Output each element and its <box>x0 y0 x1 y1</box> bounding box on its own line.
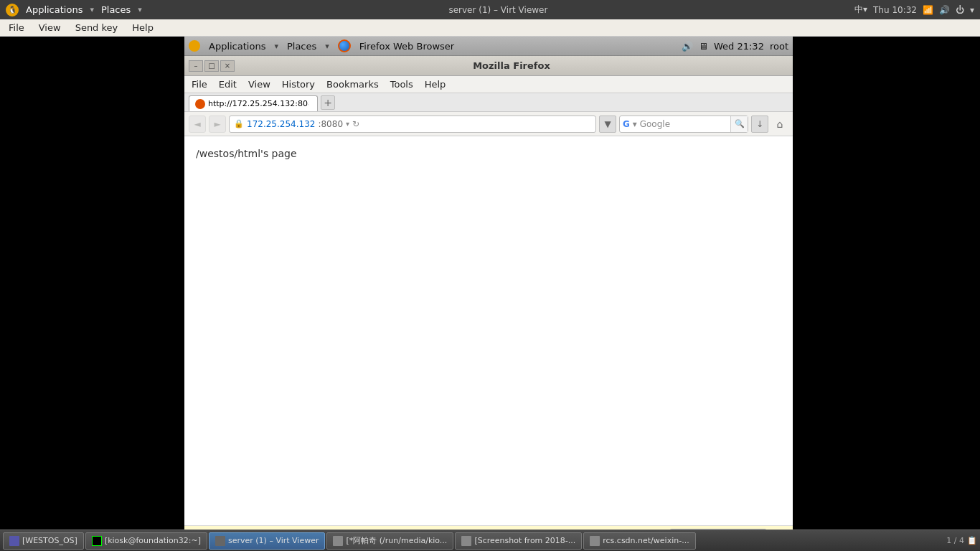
host-app-icon: 🐧 <box>6 4 19 17</box>
firefox-new-tab-btn[interactable]: + <box>321 95 335 110</box>
firefox-home-btn[interactable]: ⌂ <box>771 116 788 133</box>
guest-applications-menu[interactable]: Applications <box>206 40 268 52</box>
firefox-download-btn[interactable]: ↓ <box>751 116 768 133</box>
kiosk-task-icon <box>92 536 102 546</box>
host-lang-indicator: 中▾ <box>854 4 867 16</box>
firefox-file-menu[interactable]: File <box>189 78 210 90</box>
firefox-navbar: ◄ ► 🔒 172.25.254.132 :8080 ▾ ↻ ▼ G <box>184 112 793 136</box>
kiosk-task-label: [kiosk@foundation32:~] <box>105 536 201 545</box>
alipai-task-icon <box>333 536 343 546</box>
virt-view-menu[interactable]: View <box>36 21 64 34</box>
host-page-count: 1 / 4 <box>946 536 964 545</box>
host-topbar: 🐧 Applications ▾ Places ▾ server (1) – V… <box>0 0 980 19</box>
virt-help-menu[interactable]: Help <box>129 21 156 34</box>
guest-places-arrow: ▾ <box>325 42 329 51</box>
host-task-virt[interactable]: server (1) – Virt Viewer <box>209 532 325 550</box>
screenshot-task-icon <box>461 536 471 546</box>
host-task-screenshot[interactable]: [Screenshot from 2018-... <box>455 532 582 550</box>
guest-volume-icon: 🔊 <box>682 41 693 52</box>
firefox-view-menu[interactable]: View <box>245 78 273 90</box>
firefox-tab-label: http://172.25.254.132:8080/ <box>208 99 308 108</box>
host-places-menu[interactable]: Places <box>97 3 135 17</box>
firefox-window-title: Mozilla Firefox <box>235 60 788 71</box>
firefox-history-menu[interactable]: History <box>279 78 318 90</box>
left-black-area <box>0 37 184 551</box>
url-refresh-icon[interactable]: ↻ <box>352 119 359 129</box>
host-topbar-left: 🐧 Applications ▾ Places ▾ <box>6 3 142 17</box>
virt-viewer-menubar: File View Send key Help <box>0 19 980 37</box>
firefox-minimize-btn[interactable]: – <box>189 60 203 72</box>
firefox-menubar: File Edit View History Bookmarks Tools H… <box>184 76 793 93</box>
guest-topbar-right: 🔊 🖥 Wed 21:32 root <box>682 41 788 52</box>
url-bar-right: ▾ ↻ <box>346 119 359 129</box>
url-port: :8080 <box>318 119 343 129</box>
page-heading: /westos/html's page <box>196 148 781 159</box>
firefox-forward-btn[interactable]: ► <box>209 116 226 133</box>
firefox-tab-favicon <box>195 99 205 109</box>
firefox-tab-bar: http://172.25.254.132:8080/ + <box>184 93 793 112</box>
guest-topbar: Applications ▾ Places ▾ Firefox Web Brow… <box>184 37 793 56</box>
csdn-task-label: rcs.csdn.net/weixin-... <box>603 536 689 545</box>
host-volume-icon: 🔊 <box>939 5 950 15</box>
guest-display-icon: 🖥 <box>699 41 708 52</box>
search-btn[interactable]: 🔍 <box>730 116 748 132</box>
virt-sendkey-menu[interactable]: Send key <box>72 21 121 34</box>
firefox-back-btn[interactable]: ◄ <box>189 116 206 133</box>
firefox-tab-active[interactable]: http://172.25.254.132:8080/ <box>189 95 318 111</box>
host-bottom-taskbar: [WESTOS_OS] [kiosk@foundation32:~] serve… <box>0 529 980 551</box>
host-task-westos[interactable]: [WESTOS_OS] <box>3 532 84 550</box>
firefox-help-menu[interactable]: Help <box>422 78 449 90</box>
search-placeholder: ▾ Google <box>633 119 730 129</box>
guest-user: root <box>770 41 788 52</box>
guest-time: Wed 21:32 <box>714 41 764 52</box>
host-places-arrow: ▾ <box>138 5 142 14</box>
host-window-title: server (1) – Virt Viewer <box>145 5 852 15</box>
westos-task-icon <box>9 536 19 546</box>
firefox-bookmarks-menu[interactable]: Bookmarks <box>324 78 382 90</box>
host-app-arrow: ▾ <box>90 5 94 14</box>
host-task-alipai[interactable]: [*阿帕奇 (/run/media/kio... <box>326 532 453 550</box>
host-applications-menu[interactable]: Applications <box>22 3 87 17</box>
alipai-task-label: [*阿帕奇 (/run/media/kio... <box>346 535 447 546</box>
csdn-task-icon <box>590 536 600 546</box>
host-wifi-icon: 📶 <box>923 5 933 15</box>
host-taskbar-icon: 📋 <box>967 536 977 545</box>
virt-viewer-body: Applications ▾ Places ▾ Firefox Web Brow… <box>0 37 980 551</box>
url-lock-icon: 🔒 <box>234 119 244 128</box>
guest-firefox-label[interactable]: Firefox Web Browser <box>357 40 457 52</box>
guest-firefox-icon <box>338 39 351 52</box>
guest-places-menu[interactable]: Places <box>284 40 319 52</box>
host-taskbar-right: 1 / 4 📋 <box>946 536 977 545</box>
url-text: 172.25.254.132 <box>247 119 315 129</box>
host-time: Thu 10:32 <box>873 5 917 15</box>
firefox-maximize-btn[interactable]: □ <box>204 60 219 72</box>
westos-task-label: [WESTOS_OS] <box>22 536 77 545</box>
guest-app-icon <box>189 40 200 52</box>
virt-viewer-window: File View Send key Help Applications ▾ P… <box>0 19 980 551</box>
host-power-icon: ⏻ <box>956 5 964 15</box>
firefox-titlebar: – □ × Mozilla Firefox <box>184 56 793 76</box>
firefox-go-btn[interactable]: ▼ <box>599 116 616 133</box>
firefox-window: – □ × Mozilla Firefox File Edit View His… <box>184 56 793 547</box>
url-dropdown-arrow: ▾ <box>346 120 349 128</box>
virt-file-menu[interactable]: File <box>6 21 27 34</box>
firefox-page-content: /westos/html's page <box>184 136 793 525</box>
host-task-csdn[interactable]: rcs.csdn.net/weixin-... <box>583 532 695 550</box>
guest-app-arrow: ▾ <box>274 42 278 51</box>
screenshot-task-label: [Screenshot from 2018-... <box>474 536 575 545</box>
firefox-close-btn[interactable]: × <box>220 60 235 72</box>
firefox-win-buttons: – □ × <box>189 60 235 72</box>
host-power-arrow: ▾ <box>970 5 974 15</box>
virt-task-icon <box>215 536 225 546</box>
firefox-url-bar[interactable]: 🔒 172.25.254.132 :8080 ▾ ↻ <box>229 116 596 133</box>
search-engine-icon: G <box>620 119 633 129</box>
firefox-search-bar[interactable]: G ▾ Google 🔍 <box>619 116 748 133</box>
firefox-edit-menu[interactable]: Edit <box>216 78 240 90</box>
virt-task-label: server (1) – Virt Viewer <box>228 536 319 545</box>
host-task-kiosk[interactable]: [kiosk@foundation32:~] <box>85 532 207 550</box>
guest-vm: Applications ▾ Places ▾ Firefox Web Brow… <box>184 37 793 551</box>
firefox-tools-menu[interactable]: Tools <box>387 78 416 90</box>
